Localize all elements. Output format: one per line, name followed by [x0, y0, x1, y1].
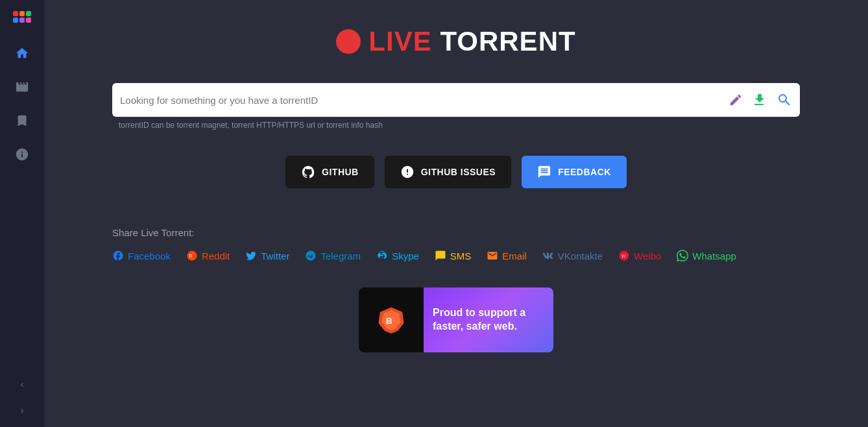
brand-logo: LIVE TORRENT — [336, 26, 575, 57]
github-button[interactable]: GITHUB — [285, 156, 374, 188]
brave-icon: B — [377, 306, 405, 334]
brave-tagline-area: Proud to support a faster, safer web. — [424, 287, 553, 352]
skype-label: Skype — [392, 250, 419, 262]
twitter-label: Twitter — [261, 250, 289, 262]
share-whatsapp[interactable]: Whatsapp — [677, 250, 736, 262]
brave-banner[interactable]: B Proud to support a faster, safer web. — [359, 287, 553, 352]
upload-icon[interactable] — [752, 92, 767, 108]
sms-label: SMS — [450, 250, 472, 262]
logo-dots — [13, 11, 31, 23]
telegram-label: Telegram — [320, 250, 361, 262]
brave-tagline: Proud to support a faster, safer web. — [433, 306, 544, 334]
twitter-icon — [245, 250, 257, 262]
feedback-label: FEEDBACK — [558, 167, 611, 177]
sidebar-item-info[interactable] — [8, 140, 36, 169]
search-icon-group — [729, 92, 792, 108]
share-vkontakte[interactable]: VKontakte — [542, 250, 603, 262]
reddit-label: Reddit — [202, 250, 230, 262]
sidebar: ‹ › — [0, 0, 44, 427]
svg-text:R: R — [189, 253, 193, 259]
share-title: Share Live Torrent: — [112, 227, 800, 238]
collapse-right-button[interactable]: › — [8, 400, 36, 421]
search-input[interactable] — [120, 95, 729, 106]
vkontakte-label: VKontakte — [558, 250, 603, 262]
share-facebook[interactable]: Facebook — [112, 250, 171, 262]
sidebar-item-movies[interactable] — [8, 73, 36, 101]
sms-icon — [435, 250, 446, 262]
search-hint: torrentID can be torrent magnet, torrent… — [119, 121, 383, 130]
whatsapp-label: Whatsapp — [692, 250, 736, 262]
collapse-left-button[interactable]: ‹ — [8, 374, 36, 395]
info-icon — [15, 147, 29, 162]
github-icon — [301, 165, 315, 179]
brave-logo-area: B — [359, 287, 424, 352]
sidebar-item-bookmarks[interactable] — [8, 106, 36, 135]
telegram-icon — [305, 250, 317, 262]
share-sms[interactable]: SMS — [435, 250, 472, 262]
share-twitter[interactable]: Twitter — [245, 250, 289, 262]
home-icon — [15, 46, 29, 60]
main-content: LIVE TORRENT — [44, 0, 868, 427]
vkontakte-icon — [542, 250, 554, 262]
feedback-button[interactable]: FEEDBACK — [522, 156, 627, 188]
github-issues-button[interactable]: GITHUB ISSUES — [385, 156, 511, 188]
chat-icon — [537, 165, 551, 179]
weibo-icon: W — [618, 250, 630, 262]
alert-icon — [400, 165, 415, 179]
brand-text: LIVE TORRENT — [368, 26, 575, 57]
share-section: Share Live Torrent: Facebook R Reddit Tw… — [112, 227, 800, 262]
search-magnifier-icon[interactable] — [777, 92, 792, 108]
red-dot — [336, 29, 361, 54]
share-telegram[interactable]: Telegram — [305, 250, 361, 262]
reddit-icon: R — [186, 250, 198, 262]
brand-live: LIVE — [368, 26, 431, 56]
bookmark-icon — [15, 114, 29, 128]
whatsapp-icon — [677, 250, 688, 262]
svg-text:B: B — [386, 316, 392, 326]
share-weibo[interactable]: W Weibo — [618, 250, 661, 262]
search-bar — [112, 83, 800, 117]
app-logo — [8, 6, 36, 27]
facebook-label: Facebook — [128, 250, 171, 262]
facebook-icon — [112, 250, 124, 262]
skype-icon — [376, 250, 388, 262]
email-icon — [487, 250, 498, 262]
email-label: Email — [502, 250, 527, 262]
action-buttons: GITHUB GITHUB ISSUES FEEDBACK — [285, 156, 627, 188]
film-icon — [15, 80, 29, 94]
share-skype[interactable]: Skype — [376, 250, 419, 262]
share-email[interactable]: Email — [487, 250, 527, 262]
share-reddit[interactable]: R Reddit — [186, 250, 230, 262]
svg-text:W: W — [621, 254, 626, 258]
github-issues-label: GITHUB ISSUES — [421, 167, 496, 177]
edit-icon[interactable] — [729, 93, 743, 107]
sidebar-item-home[interactable] — [8, 39, 36, 67]
share-links: Facebook R Reddit Twitter Telegram Skype — [112, 250, 800, 262]
github-label: GITHUB — [322, 167, 359, 177]
weibo-label: Weibo — [634, 250, 661, 262]
brand-torrent: TORRENT — [440, 26, 575, 56]
